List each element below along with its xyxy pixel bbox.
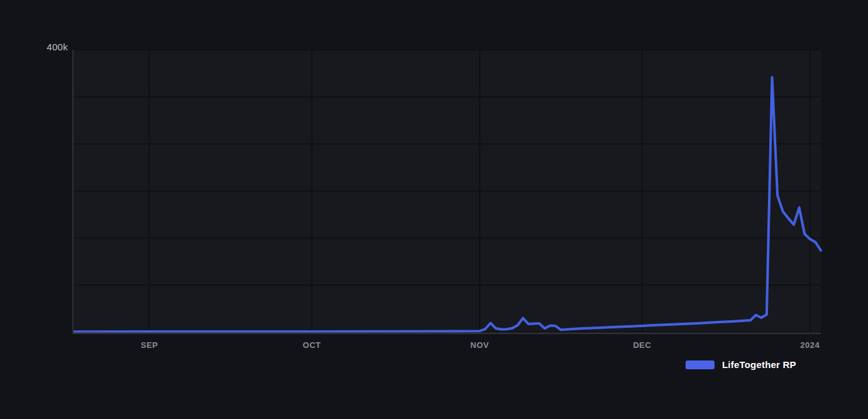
x-axis-line (72, 333, 821, 335)
legend-series-swatch-icon (686, 360, 715, 369)
legend-series-label: LifeTogether RP (722, 359, 796, 370)
y-axis-top-label: 400k (18, 42, 68, 52)
page-root: 400k SEPOCTNOVDEC2024 LifeTogether RP (0, 0, 868, 419)
x-tick-nov: NOV (452, 340, 508, 350)
x-tick-dec: DEC (614, 340, 670, 350)
legend-item[interactable]: LifeTogether RP (686, 359, 796, 370)
players-line-chart (0, 0, 868, 419)
x-tick-oct: OCT (284, 340, 340, 350)
x-tick-2024: 2024 (782, 340, 838, 350)
x-tick-sep: SEP (121, 340, 178, 350)
y-axis-line (72, 50, 74, 334)
